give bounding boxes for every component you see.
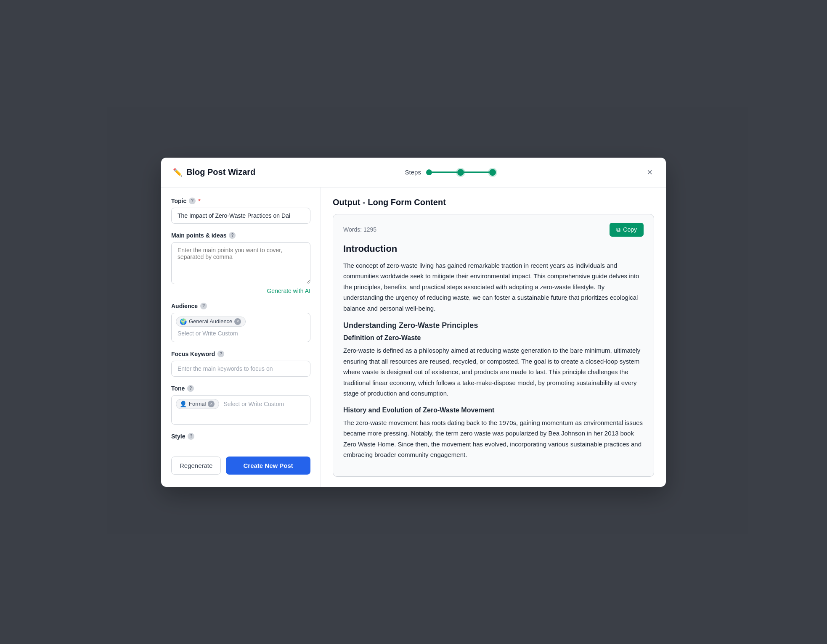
step-line-2 (464, 172, 489, 173)
required-star: * (198, 198, 200, 204)
topic-field-group: Topic ? * (171, 198, 310, 224)
output-title: Output - Long Form Content (333, 198, 654, 207)
audience-field-group: Audience ? 🌍 General Audience × Select o… (171, 303, 310, 342)
audience-tag-remove[interactable]: × (234, 318, 241, 325)
main-points-field-group: Main points & ideas ? Generate with AI (171, 232, 310, 294)
modal-body: Topic ? * Main points & ideas ? Generate… (161, 187, 666, 487)
copy-icon: ⧉ (616, 226, 620, 233)
copy-label: Copy (623, 226, 637, 233)
blog-post-wizard-modal: ✏️ Blog Post Wizard Steps × (161, 158, 666, 487)
main-points-label: Main points & ideas ? (171, 232, 310, 239)
audience-tag-general: 🌍 General Audience × (176, 317, 246, 327)
main-points-help-icon[interactable]: ? (229, 232, 236, 239)
step-dot-2 (457, 169, 464, 176)
word-count: Words: 1295 (343, 226, 376, 233)
tone-tag-emoji: 👤 (180, 401, 187, 407)
focus-keyword-label: Focus Keyword ? (171, 351, 310, 357)
audience-label: Audience ? (171, 303, 310, 309)
section1-heading: Understanding Zero-Waste Principles (343, 321, 644, 330)
tone-placeholder: Select or Write Custom (222, 400, 286, 408)
modal-overlay: ✏️ Blog Post Wizard Steps × (0, 0, 827, 644)
modal-header: ✏️ Blog Post Wizard Steps × (161, 158, 666, 187)
steps-area: Steps (405, 169, 496, 176)
step-dot-1 (426, 169, 432, 175)
modal-title-area: ✏️ Blog Post Wizard (173, 167, 255, 177)
tone-tag-label: Formal (189, 401, 206, 407)
introduction-heading: Introduction (343, 243, 644, 254)
audience-placeholder: Select or Write Custom (176, 329, 306, 338)
focus-keyword-help-icon[interactable]: ? (217, 351, 224, 357)
focus-keyword-input[interactable] (171, 361, 310, 377)
copy-button[interactable]: ⧉ Copy (610, 223, 644, 237)
section1-sub2-heading: History and Evolution of Zero-Waste Move… (343, 406, 644, 414)
audience-help-icon[interactable]: ? (200, 303, 207, 309)
tone-tag-row: 👤 Formal × Select or Write Custom (176, 399, 306, 409)
audience-tag-row: 🌍 General Audience × (176, 317, 306, 327)
topic-help-icon[interactable]: ? (189, 198, 196, 204)
style-help-icon[interactable]: ? (188, 433, 194, 440)
focus-keyword-field-group: Focus Keyword ? (171, 351, 310, 377)
tone-help-icon[interactable]: ? (187, 385, 194, 392)
section1-sub2-text: The zero-waste movement has roots dating… (343, 417, 644, 460)
steps-progress (426, 169, 496, 176)
close-button[interactable]: × (645, 166, 654, 179)
pencil-icon: ✏️ (173, 168, 182, 177)
step-dot-3 (489, 169, 496, 176)
style-field-group: Style ? (171, 433, 310, 440)
section1-sub1-heading: Definition of Zero-Waste (343, 334, 644, 342)
topic-input[interactable] (171, 208, 310, 224)
output-meta-bar: Words: 1295 ⧉ Copy (343, 223, 644, 237)
generate-ai-link[interactable]: Generate with AI (171, 288, 310, 294)
create-new-post-button[interactable]: Create New Post (226, 457, 310, 475)
section1-sub1-text: Zero-waste is defined as a philosophy ai… (343, 345, 644, 399)
left-panel: Topic ? * Main points & ideas ? Generate… (161, 187, 321, 487)
steps-label: Steps (405, 169, 421, 176)
audience-tag-emoji: 🌍 (180, 318, 187, 325)
tone-tag-remove[interactable]: × (208, 401, 215, 407)
tone-field-group: Tone ? 👤 Formal × Select or Write Custom (171, 385, 310, 425)
regenerate-button[interactable]: Regenerate (171, 457, 221, 475)
topic-label: Topic ? * (171, 198, 310, 204)
style-label: Style ? (171, 433, 310, 440)
audience-tag-label: General Audience (189, 318, 232, 325)
audience-tag-input[interactable]: 🌍 General Audience × Select or Write Cus… (171, 313, 310, 342)
content-area: Introduction The concept of zero-waste l… (343, 243, 644, 460)
right-panel: Output - Long Form Content Words: 1295 ⧉… (321, 187, 666, 487)
bottom-buttons: Regenerate Create New Post (171, 448, 310, 485)
tone-label: Tone ? (171, 385, 310, 392)
tone-tag-input[interactable]: 👤 Formal × Select or Write Custom (171, 395, 310, 425)
tone-tag-formal: 👤 Formal × (176, 399, 219, 409)
step-line-1 (432, 172, 457, 173)
modal-title: Blog Post Wizard (186, 167, 255, 177)
introduction-text: The concept of zero-waste living has gai… (343, 260, 644, 314)
output-content-box: Words: 1295 ⧉ Copy Introduction The conc… (333, 214, 654, 477)
main-points-textarea[interactable] (171, 242, 310, 284)
